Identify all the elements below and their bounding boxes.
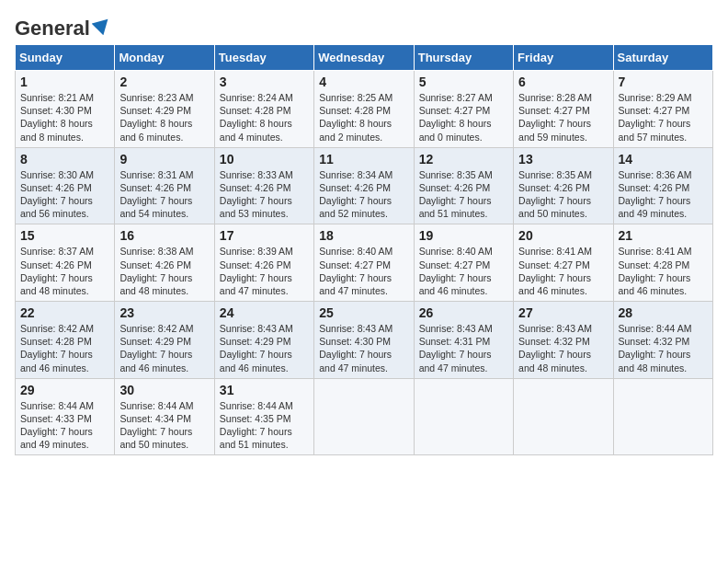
day-number: 8 bbox=[20, 152, 109, 167]
day-info: Sunrise: 8:44 AM Sunset: 4:34 PM Dayligh… bbox=[119, 399, 209, 452]
col-header-saturday: Saturday bbox=[613, 45, 712, 71]
day-number: 6 bbox=[518, 75, 608, 89]
day-info: Sunrise: 8:40 AM Sunset: 4:27 PM Dayligh… bbox=[319, 245, 408, 297]
logo-text: General bbox=[15, 15, 112, 40]
day-info: Sunrise: 8:31 AM Sunset: 4:26 PM Dayligh… bbox=[119, 168, 209, 221]
calendar-cell: 17Sunrise: 8:39 AM Sunset: 4:26 PM Dayli… bbox=[214, 224, 313, 302]
day-number: 29 bbox=[20, 383, 109, 397]
svg-marker-0 bbox=[92, 15, 112, 35]
day-number: 14 bbox=[619, 152, 708, 167]
calendar-cell: 29Sunrise: 8:44 AM Sunset: 4:33 PM Dayli… bbox=[16, 378, 115, 455]
day-number: 23 bbox=[119, 305, 209, 320]
calendar-week-4: 22Sunrise: 8:42 AM Sunset: 4:28 PM Dayli… bbox=[16, 302, 713, 379]
day-number: 20 bbox=[518, 228, 608, 243]
calendar-header-row: SundayMondayTuesdayWednesdayThursdayFrid… bbox=[16, 45, 713, 71]
day-number: 9 bbox=[119, 152, 209, 167]
calendar-cell: 11Sunrise: 8:34 AM Sunset: 4:26 PM Dayli… bbox=[314, 147, 414, 224]
day-info: Sunrise: 8:35 AM Sunset: 4:26 PM Dayligh… bbox=[518, 168, 608, 221]
day-number: 24 bbox=[220, 305, 309, 320]
day-info: Sunrise: 8:36 AM Sunset: 4:26 PM Dayligh… bbox=[619, 168, 708, 221]
calendar-cell: 23Sunrise: 8:42 AM Sunset: 4:29 PM Dayli… bbox=[115, 302, 214, 379]
day-info: Sunrise: 8:41 AM Sunset: 4:27 PM Dayligh… bbox=[518, 245, 608, 297]
calendar-cell: 2Sunrise: 8:23 AM Sunset: 4:29 PM Daylig… bbox=[115, 71, 214, 148]
calendar-cell: 28Sunrise: 8:44 AM Sunset: 4:32 PM Dayli… bbox=[613, 302, 712, 379]
day-number: 2 bbox=[119, 75, 209, 89]
day-info: Sunrise: 8:41 AM Sunset: 4:28 PM Dayligh… bbox=[619, 245, 708, 297]
calendar-week-1: 1Sunrise: 8:21 AM Sunset: 4:30 PM Daylig… bbox=[16, 71, 713, 148]
col-header-wednesday: Wednesday bbox=[314, 45, 414, 71]
day-number: 4 bbox=[319, 75, 408, 89]
calendar-cell: 26Sunrise: 8:43 AM Sunset: 4:31 PM Dayli… bbox=[414, 302, 513, 379]
day-number: 28 bbox=[619, 305, 708, 320]
calendar-cell: 27Sunrise: 8:43 AM Sunset: 4:32 PM Dayli… bbox=[514, 302, 613, 379]
calendar-cell: 1Sunrise: 8:21 AM Sunset: 4:30 PM Daylig… bbox=[16, 71, 115, 148]
day-info: Sunrise: 8:42 AM Sunset: 4:28 PM Dayligh… bbox=[20, 322, 109, 374]
calendar-week-3: 15Sunrise: 8:37 AM Sunset: 4:26 PM Dayli… bbox=[16, 224, 713, 302]
calendar-cell: 16Sunrise: 8:38 AM Sunset: 4:26 PM Dayli… bbox=[115, 224, 214, 302]
calendar-table: SundayMondayTuesdayWednesdayThursdayFrid… bbox=[15, 44, 713, 455]
day-number: 12 bbox=[419, 152, 508, 167]
day-number: 26 bbox=[419, 305, 508, 320]
calendar-cell: 19Sunrise: 8:40 AM Sunset: 4:27 PM Dayli… bbox=[414, 224, 513, 302]
day-info: Sunrise: 8:23 AM Sunset: 4:29 PM Dayligh… bbox=[119, 91, 209, 144]
calendar-cell bbox=[414, 378, 513, 455]
calendar-cell: 3Sunrise: 8:24 AM Sunset: 4:28 PM Daylig… bbox=[214, 71, 313, 148]
day-info: Sunrise: 8:44 AM Sunset: 4:35 PM Dayligh… bbox=[220, 399, 309, 452]
col-header-monday: Monday bbox=[115, 45, 214, 71]
day-number: 15 bbox=[20, 228, 109, 243]
calendar-week-2: 8Sunrise: 8:30 AM Sunset: 4:26 PM Daylig… bbox=[16, 147, 713, 224]
day-info: Sunrise: 8:35 AM Sunset: 4:26 PM Dayligh… bbox=[419, 168, 508, 221]
day-info: Sunrise: 8:40 AM Sunset: 4:27 PM Dayligh… bbox=[419, 245, 508, 297]
day-number: 10 bbox=[220, 152, 309, 167]
calendar-cell: 21Sunrise: 8:41 AM Sunset: 4:28 PM Dayli… bbox=[613, 224, 712, 302]
calendar-cell: 9Sunrise: 8:31 AM Sunset: 4:26 PM Daylig… bbox=[115, 147, 214, 224]
calendar-cell: 24Sunrise: 8:43 AM Sunset: 4:29 PM Dayli… bbox=[214, 302, 313, 379]
calendar-cell bbox=[314, 378, 414, 455]
logo: General bbox=[15, 15, 112, 37]
day-number: 16 bbox=[119, 228, 209, 243]
calendar-cell: 5Sunrise: 8:27 AM Sunset: 4:27 PM Daylig… bbox=[414, 71, 513, 148]
day-number: 30 bbox=[119, 383, 209, 397]
day-info: Sunrise: 8:33 AM Sunset: 4:26 PM Dayligh… bbox=[220, 168, 309, 221]
day-number: 27 bbox=[518, 305, 608, 320]
calendar-cell: 14Sunrise: 8:36 AM Sunset: 4:26 PM Dayli… bbox=[613, 147, 712, 224]
day-number: 5 bbox=[419, 75, 508, 89]
day-info: Sunrise: 8:44 AM Sunset: 4:33 PM Dayligh… bbox=[20, 399, 109, 452]
calendar-cell: 18Sunrise: 8:40 AM Sunset: 4:27 PM Dayli… bbox=[314, 224, 414, 302]
calendar-cell: 25Sunrise: 8:43 AM Sunset: 4:30 PM Dayli… bbox=[314, 302, 414, 379]
col-header-friday: Friday bbox=[514, 45, 613, 71]
col-header-sunday: Sunday bbox=[16, 45, 115, 71]
calendar-cell: 31Sunrise: 8:44 AM Sunset: 4:35 PM Dayli… bbox=[214, 378, 313, 455]
day-info: Sunrise: 8:21 AM Sunset: 4:30 PM Dayligh… bbox=[20, 91, 109, 144]
day-number: 31 bbox=[220, 383, 309, 397]
day-number: 19 bbox=[419, 228, 508, 243]
day-info: Sunrise: 8:30 AM Sunset: 4:26 PM Dayligh… bbox=[20, 168, 109, 221]
calendar-cell: 8Sunrise: 8:30 AM Sunset: 4:26 PM Daylig… bbox=[16, 147, 115, 224]
day-info: Sunrise: 8:43 AM Sunset: 4:29 PM Dayligh… bbox=[220, 322, 309, 374]
calendar-cell bbox=[613, 378, 712, 455]
day-info: Sunrise: 8:27 AM Sunset: 4:27 PM Dayligh… bbox=[419, 91, 508, 144]
day-info: Sunrise: 8:43 AM Sunset: 4:32 PM Dayligh… bbox=[518, 322, 608, 374]
col-header-thursday: Thursday bbox=[414, 45, 513, 71]
day-number: 1 bbox=[20, 75, 109, 89]
day-info: Sunrise: 8:29 AM Sunset: 4:27 PM Dayligh… bbox=[619, 91, 708, 144]
day-number: 13 bbox=[518, 152, 608, 167]
day-info: Sunrise: 8:34 AM Sunset: 4:26 PM Dayligh… bbox=[319, 168, 408, 221]
day-info: Sunrise: 8:42 AM Sunset: 4:29 PM Dayligh… bbox=[119, 322, 209, 374]
calendar-cell: 30Sunrise: 8:44 AM Sunset: 4:34 PM Dayli… bbox=[115, 378, 214, 455]
day-info: Sunrise: 8:38 AM Sunset: 4:26 PM Dayligh… bbox=[119, 245, 209, 297]
day-info: Sunrise: 8:24 AM Sunset: 4:28 PM Dayligh… bbox=[220, 91, 309, 144]
day-number: 11 bbox=[319, 152, 408, 167]
day-number: 22 bbox=[20, 305, 109, 320]
day-number: 18 bbox=[319, 228, 408, 243]
day-info: Sunrise: 8:43 AM Sunset: 4:30 PM Dayligh… bbox=[319, 322, 408, 374]
day-info: Sunrise: 8:44 AM Sunset: 4:32 PM Dayligh… bbox=[619, 322, 708, 374]
calendar-cell bbox=[514, 378, 613, 455]
calendar-week-5: 29Sunrise: 8:44 AM Sunset: 4:33 PM Dayli… bbox=[16, 378, 713, 455]
calendar-cell: 10Sunrise: 8:33 AM Sunset: 4:26 PM Dayli… bbox=[214, 147, 313, 224]
calendar-cell: 4Sunrise: 8:25 AM Sunset: 4:28 PM Daylig… bbox=[314, 71, 414, 148]
col-header-tuesday: Tuesday bbox=[214, 45, 313, 71]
calendar-cell: 15Sunrise: 8:37 AM Sunset: 4:26 PM Dayli… bbox=[16, 224, 115, 302]
day-info: Sunrise: 8:37 AM Sunset: 4:26 PM Dayligh… bbox=[20, 245, 109, 297]
day-info: Sunrise: 8:43 AM Sunset: 4:31 PM Dayligh… bbox=[419, 322, 508, 374]
